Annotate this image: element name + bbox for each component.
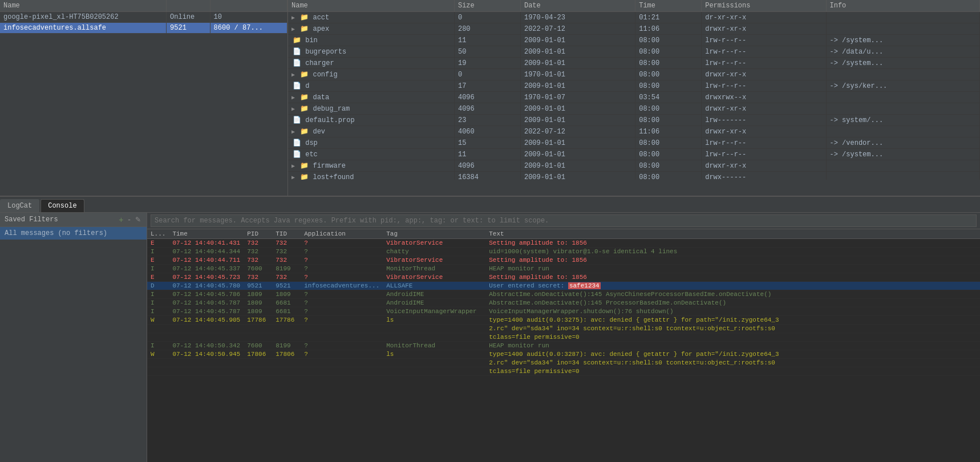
file-name-cell: ▶ 📁 config [288,69,454,80]
file-row[interactable]: 📄 dsp 15 2009-01-01 08:00 lrw-r--r-- -> … [288,137,980,149]
file-size: 4096 [454,92,520,103]
log-text: type=1400 audit(0.0:3287): avc: denied {… [485,350,980,359]
file-row[interactable]: ▶ 📁 dev 4060 2022-07-12 11:06 drwxr-xr-x [288,126,980,137]
log-level: E [147,239,169,248]
log-tid: 6681 [272,299,301,307]
file-row[interactable]: 📄 charger 19 2009-01-01 08:00 lrw-r--r--… [288,58,980,69]
file-info [826,126,980,137]
log-row[interactable]: E 07-12 14:40:45.723 732 732 ? VibratorS… [147,273,980,282]
file-scroll-area[interactable]: NameSizeDateTimePermissionsInfo ▶ 📁 acct… [288,0,980,180]
file-info: -> /vendor... [826,137,980,149]
log-app: ? [301,350,383,359]
log-row[interactable]: I 07-12 14:40:44.344 732 732 ? chatty ui… [147,248,980,256]
add-filter-button[interactable]: + [118,215,124,224]
file-name-cell: 📄 charger [288,58,454,69]
log-tid: 9521 [272,282,301,290]
col-header-count [210,0,287,12]
log-row[interactable]: I 07-12 14:40:50.342 7600 8199 ? Monitor… [147,342,980,350]
file-row[interactable]: 📁 bin 11 2009-01-01 08:00 lrw-r--r-- -> … [288,35,980,46]
file-row[interactable]: ▶ 📁 config 0 1970-01-01 08:00 drwxr-xr-x [288,69,980,80]
file-date: 2009-01-01 [520,172,635,180]
log-text: User entered secret: safe1234 [485,282,980,290]
filters-sidebar: Saved Filters + - ✎ All messages (no fil… [0,213,147,462]
log-row[interactable]: D 07-12 14:40:45.780 9521 9521 infosecad… [147,282,980,290]
log-level: I [147,299,169,307]
file-row[interactable]: ▶ 📁 apex 280 2022-07-12 11:06 drwxr-xr-x [288,23,980,35]
log-app: ? [301,273,383,282]
file-size: 4096 [454,103,520,115]
tab-logcat[interactable]: LogCat [0,199,39,212]
log-row[interactable]: I 07-12 14:40:45.337 7600 8199 ? Monitor… [147,265,980,273]
filter-list: All messages (no filters) [0,227,147,240]
file-row[interactable]: ▶ 📁 lost+found 16384 2009-01-01 08:00 dr… [288,172,980,180]
log-level: I [147,290,169,299]
edit-filter-button[interactable]: ✎ [134,216,142,224]
file-info [826,23,980,35]
file-row[interactable]: ▶ 📁 acct 0 1970-04-23 01:21 dr-xr-xr-x [288,12,980,23]
log-row[interactable]: E 07-12 14:40:41.431 732 732 ? VibratorS… [147,239,980,248]
log-tid: 732 [272,273,301,282]
log-time: 07-12 14:40:45.905 [169,316,244,325]
file-perms: drwxr-xr-x [702,160,826,172]
tab-bar: LogCatConsole [0,197,980,213]
file-time: 08:00 [635,58,702,69]
log-level: I [147,307,169,316]
device-row[interactable]: infosecadventures.allsafe 9521 8600 / 87… [0,23,287,34]
file-row[interactable]: 📄 etc 11 2009-01-01 08:00 lrw-r--r-- -> … [288,149,980,160]
log-row[interactable]: tclass=file permissive=0 [147,333,980,342]
log-table-container[interactable]: L...TimePIDTIDApplicationTagText E 07-12… [147,229,980,462]
log-tid [272,333,301,342]
file-perms: drwxr-xr-x [702,69,826,80]
log-tid: 1809 [272,290,301,299]
log-level: W [147,316,169,325]
log-row[interactable]: W 07-12 14:40:50.945 17806 17806 ? ls ty… [147,350,980,359]
file-date: 2009-01-01 [520,115,635,126]
file-row[interactable]: 📄 default.prop 23 2009-01-01 08:00 lrw--… [288,115,980,126]
file-date: 2009-01-01 [520,35,635,46]
log-row[interactable]: E 07-12 14:40:44.711 732 732 ? VibratorS… [147,256,980,265]
file-icon: 📁 [300,25,309,33]
file-row[interactable]: ▶ 📁 data 4096 1970-01-07 03:54 drwxrwx--… [288,92,980,103]
file-date: 1970-01-07 [520,92,635,103]
device-row[interactable]: google-pixel_xl-HT75B0205262 Online 10 [0,12,287,23]
file-row[interactable]: ▶ 📁 debug_ram 4096 2009-01-01 08:00 drwx… [288,103,980,115]
top-section: Name google-pixel_xl-HT75B0205262 Online… [0,0,980,197]
device-name: google-pixel_xl-HT75B0205262 [0,12,167,23]
log-pid: 732 [244,273,272,282]
log-row[interactable]: W 07-12 14:40:45.905 17786 17786 ? ls ty… [147,316,980,325]
log-row[interactable]: 2.rc" dev="sda34" ino=34 scontext=u:r:sh… [147,325,980,333]
log-tid: 17786 [272,316,301,325]
file-row[interactable]: 📄 d 17 2009-01-01 08:00 lrw-r--r-- -> /s… [288,80,980,92]
file-col-header: Size [454,0,520,12]
log-level: W [147,350,169,359]
log-row[interactable]: I 07-12 14:40:45.787 1809 6681 ? Android… [147,299,980,307]
log-tag: AndroidIME [383,299,485,307]
log-pid: 732 [244,256,272,265]
console-area: Saved Filters + - ✎ All messages (no fil… [0,213,980,462]
log-app: ? [301,307,383,316]
log-row[interactable]: I 07-12 14:40:45.787 1809 6681 ? VoiceIn… [147,307,980,316]
file-size: 0 [454,12,520,23]
search-input[interactable] [151,214,977,227]
file-date: 2009-01-01 [520,58,635,69]
log-row[interactable]: I 07-12 14:40:45.786 1809 1809 ? Android… [147,290,980,299]
log-app [301,367,383,376]
log-app: ? [301,239,383,248]
file-name-cell: 📄 d [288,80,454,92]
file-row[interactable]: ▶ 📁 firmware 4096 2009-01-01 08:00 drwxr… [288,160,980,172]
expand-arrow: ▶ [291,15,295,21]
file-info [826,69,980,80]
log-time: 07-12 14:40:50.342 [169,342,244,350]
log-row[interactable]: tclass=file permissive=0 [147,367,980,376]
tab-console[interactable]: Console [41,199,84,212]
log-text: type=1400 audit(0.0:3275): avc: denied {… [485,316,980,325]
file-row[interactable]: 📄 bugreports 50 2009-01-01 08:00 lrw-r--… [288,46,980,58]
file-icon: 📁 [300,105,309,113]
log-row[interactable]: 2.rc" dev="sda34" ino=34 scontext=u:r:sh… [147,359,980,367]
log-app: ? [301,290,383,299]
remove-filter-button[interactable]: - [127,215,132,224]
file-icon: 📄 [293,48,301,56]
expand-arrow: ▶ [291,175,295,180]
file-icon: 📁 [300,162,309,170]
filter-item[interactable]: All messages (no filters) [0,227,147,240]
